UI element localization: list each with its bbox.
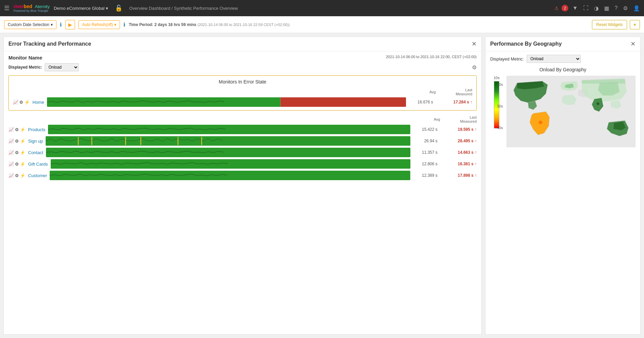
play-button[interactable]: ▶ [65, 20, 75, 29]
gear-icon-signup[interactable]: ⚙ [15, 139, 19, 144]
svg-point-15 [596, 102, 599, 105]
home-last-measured: 17.284 s ↑ [438, 100, 472, 104]
products-last-measured: 19.595 s ↑ [443, 127, 477, 132]
gear-icon-giftcards[interactable]: ⚙ [15, 162, 19, 167]
chevron-down-icon: ▾ [51, 22, 53, 27]
toolbar-right: Reset Widgets + [592, 20, 640, 29]
time-period-label: Time Period: [129, 22, 153, 27]
layout-icon[interactable]: ▦ [604, 5, 609, 11]
legend-labels: 20s 30s 40s [497, 82, 503, 130]
error-state-title: Monitors In Error State [13, 79, 472, 84]
demo-selector[interactable]: Demo eCommerce Global ▾ [54, 6, 108, 11]
settings-icon[interactable]: ⚙ [623, 5, 628, 11]
chart-icon-products[interactable]: 📈 [8, 127, 14, 132]
app-name: Aternity [35, 4, 50, 9]
monitor-row-contact: 📈 ⚙ ⚡ Contact 11.357 s 14.663 s ↑ [8, 148, 477, 157]
monitor-row-customer: 📈 ⚙ ⚡ Customer 12.389 s 17.898 s ↑ [8, 171, 477, 180]
svg-rect-3 [46, 136, 410, 146]
metric-select[interactable]: Onload TTFB DOM Ready [45, 63, 79, 71]
fullscreen-icon[interactable]: ⛶ [583, 5, 589, 11]
gear-icon-contact[interactable]: ⚙ [15, 150, 19, 155]
customer-avg: 12.389 s [413, 173, 440, 178]
demo-name: Demo eCommerce Global [54, 6, 104, 11]
time-info-icon[interactable]: ℹ [123, 22, 125, 28]
giftcards-avg: 12.806 s [413, 162, 440, 166]
monitor-row-home: 📈 ⚙ ⚡ Home 16.676 s 17.284 s ↑ [13, 97, 472, 107]
legend-label-40s: 40s [497, 126, 503, 130]
right-metric-select[interactable]: Onload TTFB DOM Ready [527, 55, 581, 63]
avg-col-header: Avg [411, 90, 438, 94]
bolt-icon-home[interactable]: ⚡ [24, 100, 30, 105]
left-panel-header: Error Tracking and Performance ✕ [4, 37, 481, 51]
monitor-link-home[interactable]: Home [32, 100, 44, 105]
last-label: Last [465, 88, 472, 92]
date-selection-button[interactable]: Custom Date Selection ▾ [4, 20, 56, 29]
right-metric-row: Displayed Metric: Onload TTFB DOM Ready [490, 55, 636, 63]
alert-count: 2 [562, 5, 568, 11]
user-icon[interactable]: 👤 [633, 5, 640, 11]
signup-avg: 26.94 s [413, 139, 440, 143]
monitors-col-headers: Avg Last Measured [8, 115, 477, 123]
monitor-link-signup[interactable]: Sign up [28, 139, 43, 144]
monitor-bar-customer [50, 171, 410, 180]
svg-rect-8 [177, 137, 178, 145]
products-monitor-icons: 📈 ⚙ ⚡ [8, 127, 25, 132]
brand-name-river: river [14, 4, 24, 9]
last-col-header2: Last Measured [443, 115, 477, 123]
customer-last-measured: 17.898 s ↑ [443, 173, 477, 178]
chart-icon-customer[interactable]: 📈 [8, 173, 14, 178]
monitor-link-giftcards[interactable]: Gift Cards [28, 162, 48, 167]
signup-trend: ↑ [475, 139, 477, 143]
contrast-icon[interactable]: ◑ [594, 5, 599, 11]
settings-gear-icon[interactable]: ⚙ [472, 64, 477, 71]
products-avg: 15.422 s [413, 127, 440, 132]
right-panel-title: Performance By Geography [490, 41, 562, 47]
time-period-value: 2 days 16 hrs 59 mins [154, 22, 196, 27]
hamburger-menu[interactable]: ☰ [4, 4, 9, 12]
home-monitor-icons: 📈 ⚙ ⚡ [13, 100, 30, 105]
reset-widgets-button[interactable]: Reset Widgets [592, 20, 627, 29]
customer-monitor-icons: 📈 ⚙ ⚡ [8, 173, 25, 178]
monitor-link-customer[interactable]: Customer [28, 173, 47, 178]
bolt-icon-signup[interactable]: ⚡ [20, 139, 25, 144]
legend-10s: 10s [494, 76, 500, 80]
filter-icon[interactable]: ▼ [572, 5, 578, 11]
left-panel-close[interactable]: ✕ [472, 40, 477, 48]
monitor-link-contact[interactable]: Contact [28, 150, 43, 155]
brand-name-bed: bed [24, 4, 32, 9]
chart-icon-signup[interactable]: 📈 [8, 139, 14, 144]
chart-icon-giftcards[interactable]: 📈 [8, 162, 14, 167]
bolt-icon-giftcards[interactable]: ⚡ [20, 162, 25, 167]
right-panel-close[interactable]: ✕ [630, 40, 636, 48]
help-icon[interactable]: ? [615, 5, 618, 11]
chart-icon-home[interactable]: 📈 [13, 100, 18, 105]
monitor-bar-products [48, 125, 410, 134]
monitor-bar-signup [46, 136, 410, 146]
date-info-icon[interactable]: ℹ [60, 22, 62, 28]
metric-label: Displayed Metric: [8, 65, 42, 70]
right-panel-body: Displayed Metric: Onload TTFB DOM Ready … [485, 51, 640, 334]
bar-background-home [47, 97, 406, 107]
svg-rect-12 [50, 171, 410, 180]
signup-monitor-icons: 📈 ⚙ ⚡ [8, 139, 25, 144]
gear-icon-customer[interactable]: ⚙ [15, 173, 19, 178]
home-avg: 16.676 s [409, 100, 436, 104]
main-content: Error Tracking and Performance ✕ Monitor… [0, 33, 644, 338]
world-map [506, 76, 636, 148]
gear-icon-home[interactable]: ⚙ [19, 100, 23, 105]
monitor-row-signup: 📈 ⚙ ⚡ Sign up [8, 136, 477, 146]
gear-icon-products[interactable]: ⚙ [15, 127, 19, 132]
lock-icon: 🔓 [115, 4, 122, 12]
monitor-link-products[interactable]: Products [28, 127, 45, 132]
auto-refresh-button[interactable]: Auto Refresh(off) ▾ [78, 20, 120, 29]
contact-avg: 11.357 s [413, 150, 440, 155]
chart-icon-contact[interactable]: 📈 [8, 150, 14, 155]
customer-trend: ↑ [475, 173, 477, 178]
svg-rect-6 [125, 137, 126, 145]
bolt-icon-customer[interactable]: ⚡ [20, 173, 25, 178]
nav-right-icons: ▼ ⛶ ◑ ▦ ? ⚙ 👤 [572, 5, 640, 11]
bolt-icon-contact[interactable]: ⚡ [20, 150, 25, 155]
add-widget-button[interactable]: + [630, 20, 640, 29]
legend-label-20s: 20s [497, 82, 503, 87]
bolt-icon-products[interactable]: ⚡ [20, 127, 25, 132]
